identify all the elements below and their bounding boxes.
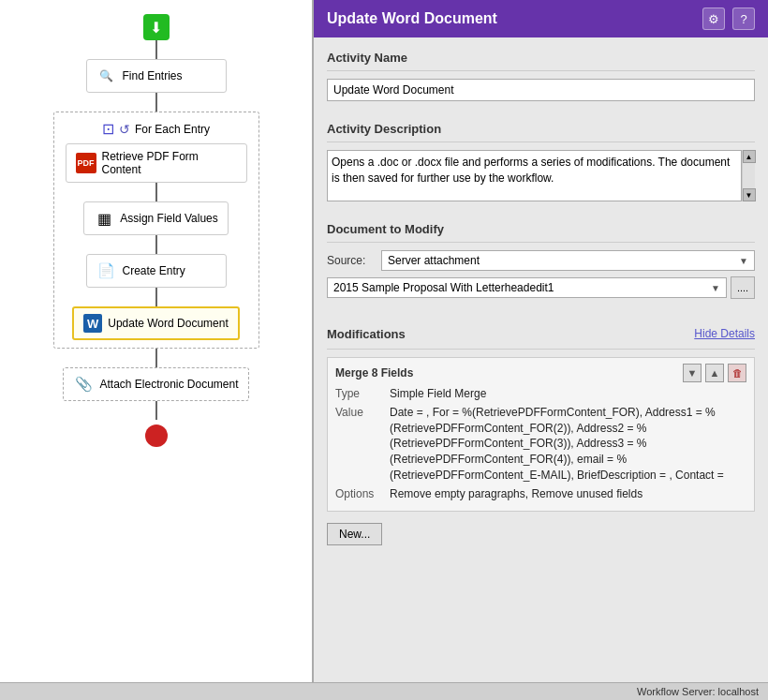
doc-row: 2015 Sample Proposal With Letterheadedit… (327, 276, 755, 299)
foreach-icon2: ↺ (119, 122, 130, 137)
merge-header: Merge 8 Fields ▼ ▲ 🗑 (335, 364, 746, 382)
stop-icon (145, 424, 168, 447)
create-label: Create Entry (123, 264, 185, 277)
create-icon: 📄 (96, 261, 117, 281)
source-label: Source: (327, 254, 374, 267)
step-update-word[interactable]: W Update Word Document (72, 306, 240, 340)
connector (155, 349, 157, 367)
connector (155, 235, 157, 254)
find-entries-icon: 🔍 (96, 66, 117, 86)
doc-dropdown-arrow: ▼ (711, 283, 720, 293)
description-text: Opens a .doc or .docx file and performs … (327, 150, 742, 201)
doc-value: 2015 Sample Proposal With Letterheadedit… (333, 281, 554, 294)
foreach-label: For Each Entry (135, 123, 210, 136)
gear-button[interactable]: ⚙ (702, 7, 725, 30)
doc-modify-title: Document to Modify (327, 216, 755, 240)
status-text: Workflow Server: localhost (637, 686, 759, 697)
document-to-modify-section: Document to Modify Source: Server attach… (314, 209, 768, 314)
activity-description-title: Activity Description (327, 116, 755, 140)
activity-name-title: Activity Name (327, 45, 755, 68)
update-word-label: Update Word Document (108, 317, 229, 330)
foreach-header[interactable]: ⊡ ↺ For Each Entry (102, 120, 210, 138)
options-value: Remove empty paragraphs, Remove unused f… (390, 486, 746, 502)
move-down-btn[interactable]: ▼ (683, 364, 702, 382)
connector (155, 401, 157, 420)
header-icons: ⚙ ? (702, 7, 755, 30)
merge-block: Merge 8 Fields ▼ ▲ 🗑 Type Simple Field M… (327, 357, 755, 512)
hide-details-link[interactable]: Hide Details (694, 327, 755, 340)
connector (155, 93, 157, 112)
panel-content: Activity Name Activity Description Opens… (314, 37, 768, 682)
panel-header: Update Word Document ⚙ ? (314, 0, 768, 37)
activity-name-input[interactable] (327, 79, 755, 101)
connector (155, 288, 157, 306)
options-label: Options (335, 486, 384, 502)
browse-button[interactable]: .... (731, 276, 755, 299)
connector (155, 183, 157, 201)
gear-icon: ⚙ (708, 12, 719, 26)
browse-label: .... (737, 282, 748, 293)
panel-title: Update Word Document (327, 10, 497, 27)
attach-icon: 📎 (73, 374, 94, 395)
activity-description-section: Activity Description Opens a .doc or .do… (314, 109, 768, 209)
merge-controls: ▼ ▲ 🗑 (683, 364, 746, 382)
type-row: Type Simple Field Merge (335, 386, 746, 402)
status-bar: Workflow Server: localhost (0, 682, 768, 700)
start-icon: ⬇ (143, 14, 170, 40)
merge-title: Merge 8 Fields (335, 366, 413, 380)
step-assign-field[interactable]: ▦ Assign Field Values (83, 201, 229, 235)
mod-header-row: Modifications Hide Details (327, 321, 755, 345)
scroll-down[interactable]: ▼ (743, 188, 756, 201)
modifications-title: Modifications (327, 321, 406, 345)
find-entries-label: Find Entries (123, 69, 183, 82)
source-value: Server attachment (388, 254, 480, 267)
source-row: Source: Server attachment ▼ (327, 250, 755, 271)
connector (155, 40, 157, 59)
value-text: Date = , For = %(RetrievePDFFormContent_… (390, 405, 746, 484)
value-row: Value Date = , For = %(RetrievePDFFormCo… (335, 405, 746, 484)
description-scrollbar[interactable]: ▲ ▼ (742, 150, 755, 201)
foreach-icon: ⊡ (102, 120, 114, 138)
modifications-section: Modifications Hide Details Merge 8 Field… (314, 314, 768, 553)
value-label: Value (335, 405, 384, 484)
description-box: Opens a .doc or .docx file and performs … (327, 150, 755, 201)
attach-label: Attach Electronic Document (99, 378, 238, 391)
options-row: Options Remove empty paragraphs, Remove … (335, 486, 746, 502)
source-dropdown-arrow: ▼ (739, 256, 748, 266)
step-attach-doc[interactable]: 📎 Attach Electronic Document (63, 367, 248, 401)
move-up-btn[interactable]: ▲ (705, 364, 724, 382)
source-dropdown[interactable]: Server attachment ▼ (381, 250, 755, 271)
scroll-up[interactable]: ▲ (743, 150, 756, 163)
type-value: Simple Field Merge (390, 386, 746, 402)
retrieve-pdf-label: Retrieve PDF Form Content (102, 150, 237, 176)
right-panel: Update Word Document ⚙ ? Activity Name A… (314, 0, 768, 682)
assign-icon: ▦ (94, 208, 114, 229)
type-label: Type (335, 386, 384, 402)
doc-dropdown[interactable]: 2015 Sample Proposal With Letterheadedit… (327, 277, 727, 298)
step-create-entry[interactable]: 📄 Create Entry (86, 254, 227, 288)
foreach-wrapper: ⊡ ↺ For Each Entry PDF Retrieve PDF Form… (53, 112, 259, 349)
new-button[interactable]: New... (327, 523, 382, 545)
delete-btn[interactable]: 🗑 (728, 364, 746, 382)
workflow-panel: ⬇ 🔍 Find Entries ⊡ ↺ For Each Entry (0, 0, 314, 682)
word-icon: W (83, 314, 102, 333)
help-icon: ? (740, 12, 746, 26)
step-retrieve-pdf[interactable]: PDF Retrieve PDF Form Content (66, 143, 247, 183)
retrieve-pdf-icon: PDF (76, 153, 96, 173)
activity-name-section: Activity Name (314, 37, 768, 109)
assign-label: Assign Field Values (120, 212, 218, 225)
help-button[interactable]: ? (732, 7, 755, 30)
foreach-steps: PDF Retrieve PDF Form Content ▦ Assign F… (66, 143, 247, 340)
step-find-entries[interactable]: 🔍 Find Entries (86, 59, 227, 93)
